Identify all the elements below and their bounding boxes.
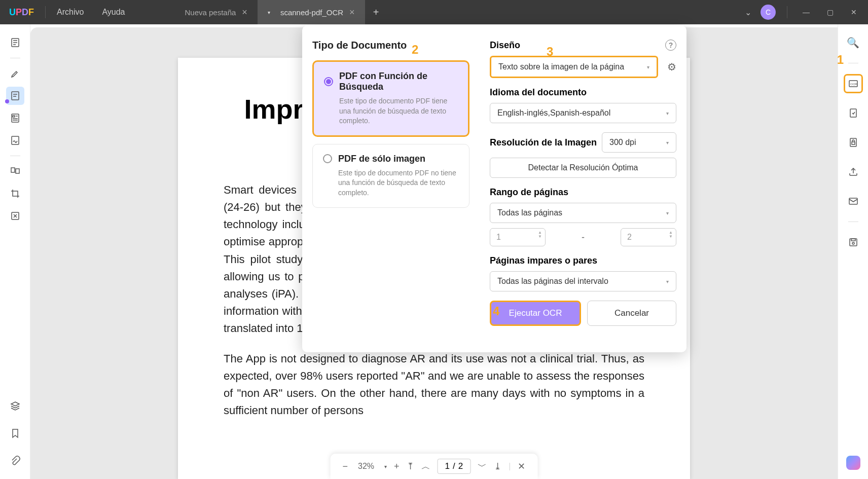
svg-rect-10 — [850, 109, 856, 117]
titlebar-right: ⌄ C — ▢ ✕ — [745, 5, 868, 20]
sidebar-left — [0, 24, 30, 479]
titlebar: UPDF Archivo Ayuda Nueva pestaña × ▾ sca… — [0, 0, 868, 24]
page-indicator[interactable]: 1 / 2 — [438, 459, 471, 474]
annotation-2: 2 — [412, 43, 418, 57]
resolution-label: Resolución de la Imagen — [490, 137, 597, 148]
divider — [10, 156, 20, 156]
tab-label: Nueva pestaña — [185, 8, 236, 17]
chevron-down-icon[interactable]: ⌄ — [745, 8, 751, 17]
svg-rect-3 — [13, 116, 15, 117]
email-icon[interactable] — [844, 192, 862, 210]
close-button[interactable]: ✕ — [847, 8, 861, 16]
ocr-settings-section: Diseño ? Texto sobre la imagen de la pág… — [480, 25, 686, 352]
indicator-dot — [5, 99, 9, 103]
compress-tool[interactable] — [6, 207, 24, 225]
radio-icon — [323, 154, 332, 163]
highlighter-tool[interactable] — [6, 64, 24, 83]
page-range-select[interactable]: Todas las páginas▾ — [490, 203, 676, 223]
save-icon[interactable] — [844, 233, 862, 251]
resolution-select[interactable]: 300 dpi▾ — [602, 132, 676, 153]
minimize-button[interactable]: — — [799, 8, 814, 16]
zoom-in-button[interactable]: + — [394, 461, 400, 472]
chevron-down-icon[interactable]: ▾ — [268, 10, 270, 15]
close-icon[interactable]: × — [242, 7, 247, 18]
close-nav-button[interactable]: ✕ — [518, 461, 525, 472]
zoom-dropdown[interactable]: ▾ — [384, 464, 387, 469]
maximize-button[interactable]: ▢ — [823, 8, 838, 16]
tab-label: scanned-pdf_OCR — [280, 8, 343, 17]
execute-ocr-button[interactable]: Ejecutar OCR — [490, 301, 581, 326]
prev-page-button[interactable]: ︿ — [421, 460, 430, 472]
close-icon[interactable]: × — [349, 7, 355, 18]
annotation-4: 4 — [493, 304, 499, 318]
share-icon[interactable] — [844, 163, 862, 181]
user-avatar[interactable]: C — [761, 5, 776, 20]
form-tool[interactable] — [6, 109, 24, 127]
paragraph: The App is not designed to diagnose AR a… — [224, 350, 644, 419]
radio-icon — [324, 77, 333, 86]
next-page-button[interactable]: ﹀ — [478, 460, 487, 472]
tab-scanned-pdf[interactable]: ▾ scanned-pdf_OCR × — [258, 0, 365, 24]
design-label: Diseño — [490, 40, 520, 51]
svg-rect-4 — [12, 136, 19, 144]
svg-rect-12 — [852, 142, 855, 144]
menu-ayuda[interactable]: Ayuda — [93, 8, 134, 17]
detect-resolution-button[interactable]: Detectar la Resolución Óptima — [490, 158, 676, 178]
svg-point-15 — [852, 242, 854, 244]
bookmark-tool[interactable] — [6, 424, 24, 443]
protect-icon[interactable] — [844, 133, 862, 152]
ai-assistant-button[interactable] — [846, 456, 860, 470]
menu-archivo[interactable]: Archivo — [48, 8, 93, 17]
language-select[interactable]: English-inglés,Spanish-español▾ — [490, 103, 676, 123]
design-select[interactable]: Texto sobre la imagen de la página▾ — [490, 56, 658, 78]
first-page-button[interactable]: ⤒ — [407, 461, 414, 472]
svg-rect-16 — [851, 239, 855, 241]
help-icon[interactable]: ? — [665, 40, 676, 51]
card-desc: Este tipo de documento PDF tiene una fun… — [339, 96, 458, 126]
range-from-input[interactable]: 1▲▼ — [490, 228, 546, 246]
tabs: Nueva pestaña × ▾ scanned-pdf_OCR × + — [174, 0, 387, 24]
divider — [10, 58, 20, 58]
zoom-value[interactable]: 32% — [355, 462, 377, 471]
tab-nueva-pestana[interactable]: Nueva pestaña × — [174, 0, 257, 24]
language-label: Idioma del documento — [490, 87, 587, 98]
divider — [848, 63, 858, 63]
ocr-panel: Tipo de Documento PDF con Función de Bús… — [302, 25, 686, 352]
card-title: PDF de sólo imagen — [338, 154, 425, 164]
cancel-button[interactable]: Cancelar — [587, 301, 676, 326]
zoom-out-button[interactable]: − — [343, 461, 348, 472]
app-logo: UPDF — [0, 7, 43, 18]
ocr-button[interactable]: OCR — [844, 75, 862, 93]
ocr-doc-type-section: Tipo de Documento PDF con Función de Bús… — [302, 25, 480, 352]
divider — [787, 6, 787, 18]
organize-tool[interactable] — [6, 162, 24, 180]
add-tab-button[interactable]: + — [365, 0, 387, 24]
doc-type-searchable[interactable]: PDF con Función de Búsqueda Este tipo de… — [312, 60, 469, 137]
range-dash: - — [582, 232, 585, 243]
annotation-1: 1 — [837, 53, 844, 67]
svg-text:OCR: OCR — [850, 83, 857, 86]
page-range-label: Rango de páginas — [490, 187, 568, 198]
odd-even-select[interactable]: Todas las páginas del intervalo▾ — [490, 271, 676, 291]
divider — [45, 6, 46, 18]
range-to-input[interactable]: 2▲▼ — [621, 228, 676, 246]
attachment-tool[interactable] — [6, 452, 24, 470]
card-desc: Este tipo de documento PDF no tiene una … — [338, 168, 459, 198]
svg-rect-13 — [849, 198, 857, 204]
divider — [848, 222, 858, 222]
gear-icon[interactable]: ⚙ — [667, 61, 676, 73]
doc-type-title: Tipo de Documento — [312, 40, 469, 51]
signature-tool[interactable] — [6, 131, 24, 150]
layers-tool[interactable] — [6, 397, 24, 415]
convert-icon[interactable] — [844, 104, 862, 122]
odd-even-label: Páginas impares o pares — [490, 255, 597, 266]
last-page-button[interactable]: ⤓ — [494, 461, 501, 472]
search-icon[interactable]: 🔍 — [844, 33, 862, 52]
reader-tool[interactable] — [6, 33, 24, 52]
sidebar-right: 🔍 OCR — [838, 24, 868, 479]
svg-rect-6 — [16, 169, 19, 173]
card-title: PDF con Función de Búsqueda — [339, 71, 458, 92]
doc-type-image-only[interactable]: PDF de sólo imagen Este tipo de document… — [312, 144, 469, 208]
crop-tool[interactable] — [6, 185, 24, 203]
annotation-3: 3 — [547, 45, 553, 59]
